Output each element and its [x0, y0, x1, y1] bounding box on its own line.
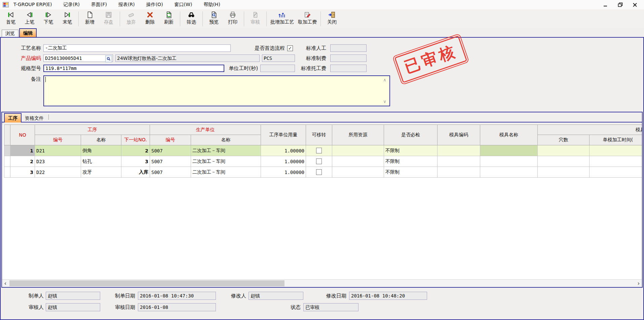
row-selector-cell[interactable]: [4, 156, 10, 167]
cell-no[interactable]: 3: [10, 167, 35, 178]
cell-mold-code[interactable]: [438, 145, 480, 156]
detail-tab-1[interactable]: 资格文件: [22, 114, 47, 122]
cell-gx-code[interactable]: D22: [35, 167, 81, 178]
cell-unit-code[interactable]: S007: [150, 145, 191, 156]
toolbar-button-9[interactable]: 筛选: [182, 9, 201, 28]
cell-qty[interactable]: 1.00000: [261, 156, 306, 167]
toolbar-button-4[interactable]: 新增: [80, 9, 99, 28]
cell-gx-name[interactable]: 倒角: [81, 145, 121, 156]
cell-cavity[interactable]: [538, 145, 590, 156]
horizontal-scrollbar[interactable]: ‹ ›: [2, 279, 642, 287]
movable-checkbox[interactable]: [316, 158, 322, 164]
cell-unit-name[interactable]: 二次加工－车间: [191, 145, 261, 156]
toolbar-button-14[interactable]: 取加工费: [296, 9, 319, 28]
scrollbar-thumb[interactable]: [9, 280, 285, 286]
movable-checkbox[interactable]: [316, 169, 322, 175]
cell-resource[interactable]: [332, 145, 384, 156]
cell-must-check[interactable]: 不限制: [384, 145, 438, 156]
menu-item-5[interactable]: 窗口(W): [175, 2, 192, 8]
spec-input[interactable]: [43, 65, 224, 72]
menu-item-3[interactable]: 报表(R): [118, 2, 135, 8]
memo-scroll-up-icon[interactable]: ∧: [383, 77, 387, 82]
cell-must-check[interactable]: 不限制: [384, 156, 438, 167]
cell-resource[interactable]: [332, 156, 384, 167]
toolbar-button-8[interactable]: 刷新: [159, 9, 178, 28]
main-tab-bar: 浏览编辑: [0, 28, 644, 37]
table-row: 1D21倒角2S007二次加工－车间1.00000不限制: [4, 145, 642, 156]
row-selector-cell[interactable]: [4, 167, 10, 178]
batch-add-process-icon: [277, 11, 287, 19]
toolbar-button-11[interactable]: 打印: [223, 9, 242, 28]
cell-mold-name[interactable]: [480, 167, 538, 178]
cell-mold-time[interactable]: [590, 167, 642, 178]
cell-mold-code[interactable]: [438, 156, 480, 167]
cell-unit-name[interactable]: 二次加工－车间: [191, 156, 261, 167]
header-qty: 工序单位用量: [261, 125, 306, 145]
cell-gx-name[interactable]: 攻牙: [81, 167, 121, 178]
cell-mold-time[interactable]: [590, 145, 642, 156]
cell-mold-name[interactable]: [480, 145, 538, 156]
memo-scroll-down-icon[interactable]: ∨: [383, 99, 387, 104]
product-code-input[interactable]: D250130005D41: [43, 55, 113, 62]
fetch-fee-icon: [304, 11, 311, 19]
restore-button[interactable]: [616, 1, 624, 8]
scroll-left-icon[interactable]: ‹: [2, 280, 9, 287]
std-mfg-fee-field: [330, 55, 367, 62]
cell-unit-code[interactable]: S007: [150, 167, 191, 178]
modify-date-label: 修改日期: [313, 292, 346, 300]
process-name-input[interactable]: [43, 44, 231, 52]
toolbar-button-13[interactable]: 批增加工艺: [268, 9, 296, 28]
tab-divider: [48, 114, 49, 120]
cell-next[interactable]: 入库: [121, 167, 150, 178]
toolbar-button-0[interactable]: 首笔: [1, 9, 20, 28]
main-tab-1[interactable]: 编辑: [19, 28, 37, 37]
menu-bar: T-GROUP ERP(E)记录(R)界面(F)报表(R)操作(O)窗口(W)帮…: [0, 0, 644, 10]
menu-item-2[interactable]: 界面(F): [91, 2, 107, 8]
first-record-icon: [7, 11, 14, 19]
cell-no[interactable]: 2: [10, 156, 35, 167]
cell-cavity[interactable]: [538, 156, 590, 167]
status-field: 已审核: [303, 303, 358, 311]
audited-stamp: 已审核: [394, 35, 467, 83]
cell-resource[interactable]: [332, 167, 384, 178]
filter-icon: [188, 11, 195, 19]
close-button[interactable]: [631, 1, 639, 8]
minimize-button[interactable]: [601, 1, 610, 8]
cell-movable[interactable]: [306, 145, 332, 156]
scroll-right-icon[interactable]: ›: [635, 280, 642, 287]
main-tab-0[interactable]: 浏览: [2, 30, 18, 37]
movable-checkbox[interactable]: [316, 148, 322, 153]
cell-qty[interactable]: 1.00000: [261, 167, 306, 178]
cell-no[interactable]: 1: [10, 145, 35, 156]
toolbar-button-2[interactable]: 下笔: [39, 9, 58, 28]
cell-mold-code[interactable]: [438, 167, 480, 178]
menu-item-0[interactable]: T-GROUP ERP(E): [13, 2, 52, 8]
toolbar-button-15[interactable]: 关闭: [323, 9, 341, 28]
toolbar-button-7[interactable]: 删除: [141, 9, 159, 28]
cell-next[interactable]: 2: [121, 145, 150, 156]
cell-movable[interactable]: [306, 167, 332, 178]
cell-cavity[interactable]: [538, 167, 590, 178]
cell-mold-name[interactable]: [480, 156, 538, 167]
create-date-label: 制单日期: [102, 292, 135, 300]
toolbar-button-3[interactable]: 末笔: [58, 9, 77, 28]
product-lookup-button[interactable]: [105, 56, 112, 62]
cell-movable[interactable]: [306, 156, 332, 167]
remarks-textarea[interactable]: [43, 75, 390, 106]
cell-next[interactable]: 3: [121, 156, 150, 167]
cell-qty[interactable]: 1.00000: [261, 145, 306, 156]
detail-tab-0[interactable]: 工序: [4, 113, 22, 122]
cell-gx-code[interactable]: D21: [35, 145, 81, 156]
menu-item-6[interactable]: 帮助(H): [203, 2, 220, 8]
menu-item-4[interactable]: 操作(O): [146, 2, 163, 8]
cell-gx-name[interactable]: 钻孔: [81, 156, 121, 167]
cell-mold-time[interactable]: [590, 156, 642, 167]
toolbar-button-10[interactable]: 预览: [204, 9, 223, 28]
cell-unit-name[interactable]: 二次加工－车间: [191, 167, 261, 178]
toolbar-button-1[interactable]: 上笔: [20, 9, 39, 28]
menu-item-1[interactable]: 记录(R): [63, 2, 80, 8]
cell-must-check[interactable]: 不限制: [384, 167, 438, 178]
cell-unit-code[interactable]: S007: [150, 156, 191, 167]
cell-gx-code[interactable]: D23: [35, 156, 81, 167]
row-selector-cell[interactable]: [4, 145, 10, 156]
